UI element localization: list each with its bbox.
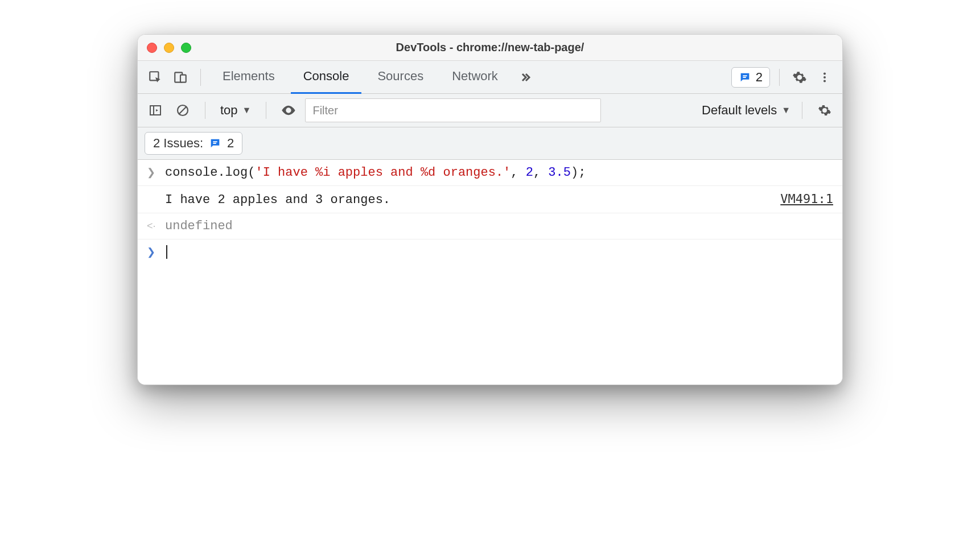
console-output-text: I have 2 apples and 3 oranges. [165, 193, 390, 207]
prompt-chevron-icon: ❯ [147, 246, 157, 258]
chevron-down-icon: ▼ [242, 105, 252, 115]
divider [802, 102, 802, 119]
window-close-button[interactable] [147, 43, 157, 53]
filter-input[interactable] [305, 98, 601, 122]
inspect-element-icon[interactable] [145, 67, 166, 88]
console-return-row: <· undefined [138, 213, 842, 239]
divider [205, 102, 205, 119]
log-levels-label: Default levels [702, 103, 777, 118]
traffic-lights [147, 43, 191, 53]
kebab-menu-icon[interactable] [814, 67, 835, 88]
svg-point-7 [823, 80, 826, 82]
console-return-value: undefined [165, 219, 233, 233]
console-output-row: I have 2 apples and 3 oranges. VM491:1 [138, 186, 842, 213]
source-link[interactable]: VM491:1 [780, 192, 833, 206]
divider [779, 69, 780, 86]
divider [200, 69, 201, 86]
svg-rect-4 [743, 77, 746, 78]
context-label: top [220, 103, 238, 118]
input-chevron-icon: ❯ [147, 166, 157, 179]
issues-badge-count: 2 [756, 70, 763, 85]
tab-elements[interactable]: Elements [210, 61, 287, 94]
issues-badge[interactable]: 2 [731, 67, 770, 88]
tab-network[interactable]: Network [439, 61, 510, 94]
more-tabs-icon[interactable] [514, 67, 536, 88]
live-expression-eye-icon[interactable] [278, 100, 299, 121]
console-settings-gear-icon[interactable] [814, 100, 835, 121]
devtools-window: DevTools - chrome://new-tab-page/ Elemen… [137, 34, 843, 385]
main-tabbar: Elements Console Sources Network 2 [138, 61, 842, 94]
device-toggle-icon[interactable] [170, 67, 191, 88]
issues-chip-label: 2 Issues: [153, 136, 203, 151]
svg-point-5 [823, 72, 826, 75]
console-empty-area[interactable] [138, 265, 842, 385]
console-input-code: console.log('I have %i apples and %d ora… [165, 166, 586, 180]
svg-rect-10 [213, 141, 217, 142]
svg-rect-8 [150, 106, 160, 115]
tab-sources[interactable]: Sources [365, 61, 436, 94]
console-prompt-row[interactable]: ❯ [138, 239, 842, 265]
svg-rect-11 [213, 143, 216, 144]
return-chevron-icon: <· [147, 220, 157, 232]
clear-console-icon[interactable] [172, 100, 193, 121]
chevron-down-icon: ▼ [781, 105, 790, 115]
console-output: ❯ console.log('I have %i apples and %d o… [138, 160, 842, 385]
console-prompt-input[interactable] [165, 245, 167, 259]
console-toolbar: top ▼ Default levels ▼ [138, 94, 842, 127]
context-selector[interactable]: top ▼ [217, 101, 254, 120]
console-input-row: ❯ console.log('I have %i apples and %d o… [138, 160, 842, 186]
window-title: DevTools - chrome://new-tab-page/ [138, 41, 842, 54]
svg-rect-2 [180, 75, 186, 82]
svg-point-6 [823, 76, 826, 78]
console-sidebar-toggle-icon[interactable] [145, 100, 166, 121]
svg-rect-3 [743, 75, 747, 76]
log-levels-selector[interactable]: Default levels ▼ [702, 103, 790, 118]
text-cursor [166, 245, 167, 259]
window-minimize-button[interactable] [164, 43, 174, 53]
issues-row: 2 Issues: 2 [138, 127, 842, 160]
divider [266, 102, 266, 119]
titlebar: DevTools - chrome://new-tab-page/ [138, 35, 842, 61]
window-maximize-button[interactable] [181, 43, 191, 53]
tab-console[interactable]: Console [291, 61, 362, 94]
issues-chip-count: 2 [227, 136, 234, 151]
issues-chip[interactable]: 2 Issues: 2 [145, 132, 242, 155]
settings-gear-icon[interactable] [789, 67, 810, 88]
